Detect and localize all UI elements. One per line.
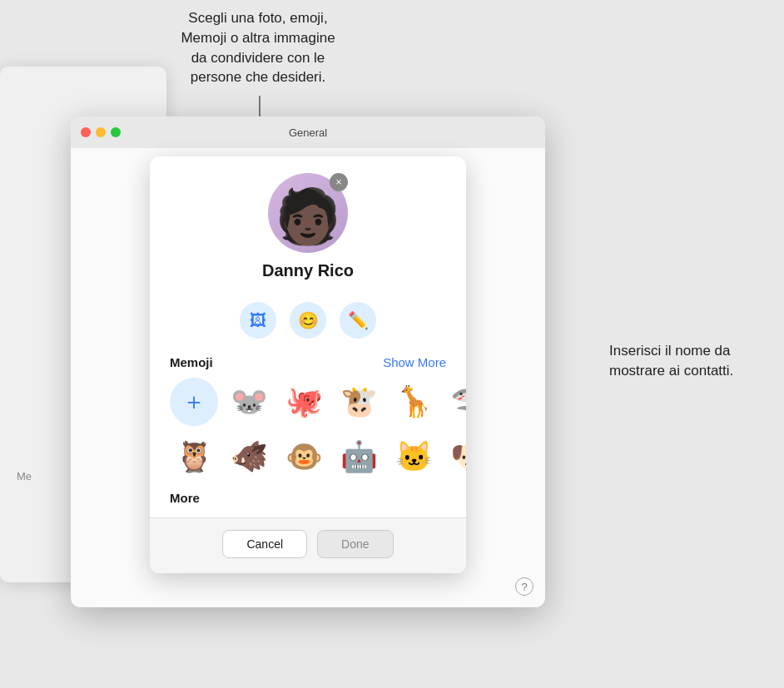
memoji-label: Memoji <box>170 355 213 369</box>
avatar-close-button[interactable]: × <box>330 173 348 191</box>
cancel-button[interactable]: Cancel <box>222 530 307 558</box>
memoji-section-header: Memoji Show More <box>170 355 446 369</box>
main-window: General 🧑🏿 × Danny Rico 🖼 <box>71 116 545 607</box>
show-more-button[interactable]: Show More <box>383 355 446 369</box>
traffic-lights <box>81 127 121 137</box>
memoji-robot[interactable]: 🤖 <box>335 433 383 481</box>
emoji-button[interactable]: 😊 <box>290 302 326 339</box>
avatar-memoji: 🧑🏿 <box>275 190 341 243</box>
minimize-traffic-light[interactable] <box>96 127 106 137</box>
dialog-footer: Cancel Done <box>150 517 466 573</box>
photo-library-button[interactable]: 🖼 <box>240 302 276 339</box>
memoji-cow[interactable]: 🐮 <box>335 378 383 426</box>
avatar-section: 🧑🏿 × Danny Rico <box>170 173 446 292</box>
memoji-mouse[interactable]: 🐭 <box>225 378 273 426</box>
user-name: Danny Rico <box>262 261 354 280</box>
bg-sidebar-text: Me <box>17 470 32 483</box>
memoji-giraffe[interactable]: 🦒 <box>390 378 438 426</box>
action-buttons-row: 🖼 😊 ✏️ <box>170 302 446 339</box>
dialog-panel: 🧑🏿 × Danny Rico 🖼 😊 ✏️ Memoji Show More <box>150 156 466 573</box>
title-bar: General <box>71 116 545 148</box>
dialog-body: 🧑🏿 × Danny Rico 🖼 😊 ✏️ Memoji Show More <box>150 156 466 506</box>
callout-top-text: Scegli una foto, emoji,Memoji o altra im… <box>166 8 350 87</box>
memoji-shark[interactable]: 🦈 <box>444 378 466 426</box>
window-title: General <box>289 126 327 139</box>
done-button[interactable]: Done <box>317 530 393 558</box>
dialog-overlay: 🧑🏿 × Danny Rico 🖼 😊 ✏️ Memoji Show More <box>71 148 545 607</box>
memoji-boar[interactable]: 🐗 <box>225 433 273 481</box>
maximize-traffic-light[interactable] <box>111 127 121 137</box>
memoji-monkey[interactable]: 🐵 <box>280 433 328 481</box>
more-label: More <box>170 491 200 505</box>
memoji-dog[interactable]: 🐶 <box>444 433 466 481</box>
avatar-wrapper: 🧑🏿 × <box>268 173 348 253</box>
memoji-owl[interactable]: 🦉 <box>170 433 218 481</box>
close-traffic-light[interactable] <box>81 127 91 137</box>
edit-button[interactable]: ✏️ <box>340 302 376 339</box>
memoji-octopus[interactable]: 🐙 <box>280 378 328 426</box>
help-button[interactable]: ? <box>515 577 533 596</box>
memoji-add-button[interactable]: ＋ <box>170 378 218 426</box>
memoji-cat[interactable]: 🐱 <box>390 433 438 481</box>
memoji-grid: ＋ 🐭 🐙 🐮 🦒 🦈 🦉 🐗 🐵 🤖 🐱 🐶 <box>170 378 446 481</box>
callout-right-text: Inserisci il nome damostrare ai contatti… <box>609 341 759 381</box>
more-section: More <box>170 491 446 506</box>
